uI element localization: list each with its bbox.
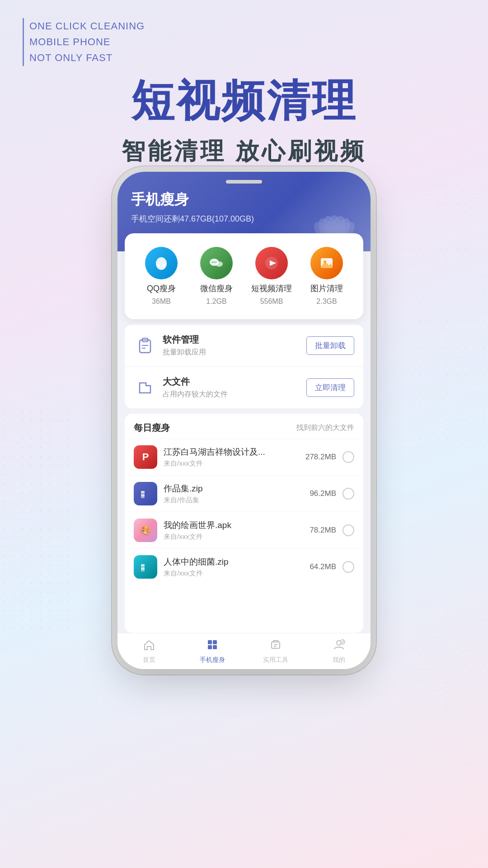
bigfile-text: 大文件 占用内存较大的文件 [163,376,306,399]
svg-rect-26 [141,493,145,495]
wechat-icon-size: 1.2GB [206,297,226,306]
svg-point-14 [214,262,215,263]
tagline: ONE CLICK CLEANING MOBILE PHONE NOT ONLY… [23,18,145,66]
software-batch-uninstall-button[interactable]: 批量卸载 [306,336,354,355]
hero-main-title: 短视频清理 [0,72,488,131]
app-icon-photo[interactable]: 图片清理 2.3GB [302,247,352,306]
tagline-line1: ONE CLICK CLEANING [29,18,145,34]
daily-works-from: 来自/作品集 [164,496,310,505]
svg-rect-35 [208,645,212,649]
video-icon-name: 短视频清理 [251,283,292,294]
svg-rect-30 [141,566,145,568]
qq-icon-size: 36MB [152,297,171,306]
qq-icon-name: QQ瘦身 [147,283,176,294]
svg-rect-33 [208,640,212,644]
wechat-icon-circle [200,247,233,279]
daily-jiangsu-size: 278.2MB [305,453,336,462]
bigfile-desc: 占用内存较大的文件 [163,390,306,399]
software-desc: 批量卸载应用 [163,348,306,357]
list-section: 软件管理 批量卸载应用 批量卸载 大文件 占用内存较大的文件 立即清理 [125,325,363,408]
daily-icon-zip-green [134,555,157,579]
app-icons-card: QQ瘦身 36MB 微信瘦身 1.2GB [125,233,363,319]
daily-item-works[interactable]: 作品集.zip 来自/作品集 96.2MB [125,475,363,512]
bg-dots-right [398,181,488,452]
app-icon-wechat[interactable]: 微信瘦身 1.2GB [192,247,241,306]
daily-jiangsu-text: 江苏白马湖吉祥物设计及... 来自/xxx文件 [164,446,305,468]
nav-mine-label: 我的 [333,656,345,664]
daily-item-jiangsu[interactable]: P 江苏白马湖吉祥物设计及... 来自/xxx文件 278.2MB [125,439,363,475]
daily-bacteria-text: 人体中的细菌.zip 来自/xxx文件 [164,556,310,578]
tools-icon [269,638,282,654]
app-icon-qq[interactable]: QQ瘦身 36MB [136,247,186,306]
daily-icon-p: P [134,445,157,469]
daily-drawing-from: 来自/xxx文件 [164,533,310,541]
daily-bacteria-name: 人体中的细菌.zip [164,556,310,568]
bigfile-title: 大文件 [163,376,306,388]
mine-icon [333,638,345,654]
daily-item-drawing[interactable]: 🎨 我的绘画世界.apk 来自/xxx文件 78.2MB [125,512,363,548]
photo-icon-circle [310,247,343,279]
daily-bacteria-size: 64.2MB [310,562,336,571]
daily-bacteria-radio[interactable] [343,561,354,573]
daily-works-name: 作品集.zip [164,483,310,495]
daily-section: 每日瘦身 找到前六的大文件 P 江苏白马湖吉祥物设计及... 来自/xxx文件 … [125,414,363,633]
nav-tools[interactable]: 实用工具 [244,638,307,664]
svg-rect-32 [141,570,145,571]
daily-title: 每日瘦身 [134,422,170,434]
svg-point-8 [157,264,160,267]
daily-jiangsu-radio[interactable] [343,451,354,463]
wechat-icon-name: 微信瘦身 [200,283,233,294]
bigfile-icon [134,376,156,399]
daily-item-bacteria[interactable]: 人体中的细菌.zip 来自/xxx文件 64.2MB [125,548,363,585]
app-icon-video[interactable]: 短视频清理 556MB [247,247,296,306]
qq-icon-circle [145,247,178,279]
daily-bacteria-from: 来自/xxx文件 [164,569,310,578]
video-icon-size: 556MB [260,297,283,306]
svg-point-9 [163,264,165,267]
bigfile-item[interactable]: 大文件 占用内存较大的文件 立即清理 [125,367,363,408]
daily-works-size: 96.2MB [310,489,336,498]
svg-rect-31 [141,568,145,570]
daily-icon-apk: 🎨 [134,519,157,542]
slim-icon [206,638,219,654]
tagline-line3: NOT ONLY FAST [29,50,145,66]
nav-home-label: 首页 [143,656,155,664]
phone-mockup: 手机瘦身 手机空间还剩47.67GB(107.00GB) [117,172,371,669]
nav-slim-label: 手机瘦身 [200,656,225,664]
svg-rect-34 [213,640,217,644]
svg-point-7 [156,257,167,270]
tagline-line2: MOBILE PHONE [29,34,145,50]
bg-dots-left [0,407,72,633]
daily-works-text: 作品集.zip 来自/作品集 [164,483,310,505]
daily-jiangsu-from: 来自/xxx文件 [164,459,305,468]
nav-mine[interactable]: 我的 [307,638,371,664]
phone-speaker [226,180,262,184]
nav-tools-label: 实用工具 [263,656,288,664]
app-content: 手机瘦身 手机空间还剩47.67GB(107.00GB) [117,172,371,669]
daily-hint: 找到前六的大文件 [296,423,354,433]
svg-rect-36 [213,645,217,649]
daily-icon-zip-blue [134,482,157,505]
svg-rect-27 [141,495,145,496]
svg-rect-25 [141,491,145,493]
daily-drawing-size: 78.2MB [310,526,336,535]
svg-rect-29 [141,564,145,566]
photo-icon-name: 图片清理 [310,283,343,294]
software-management-item[interactable]: 软件管理 批量卸载应用 批量卸载 [125,325,363,367]
bigfile-clean-button[interactable]: 立即清理 [306,378,354,397]
daily-drawing-radio[interactable] [343,524,354,536]
software-title: 软件管理 [163,334,306,346]
hero-section: 短视频清理 智能清理 放心刷视频 [0,72,488,167]
daily-works-radio[interactable] [343,488,354,500]
daily-jiangsu-name: 江苏白马湖吉祥物设计及... [164,446,305,458]
svg-point-15 [216,262,217,263]
photo-icon-size: 2.3GB [316,297,337,306]
daily-header: 每日瘦身 找到前六的大文件 [125,414,363,439]
video-icon-circle [255,247,288,279]
nav-home[interactable]: 首页 [117,638,181,664]
app-icons-row: QQ瘦身 36MB 微信瘦身 1.2GB [134,247,354,306]
svg-point-13 [212,262,213,263]
home-icon [143,638,155,654]
daily-drawing-text: 我的绘画世界.apk 来自/xxx文件 [164,519,310,541]
nav-slim[interactable]: 手机瘦身 [181,638,244,664]
